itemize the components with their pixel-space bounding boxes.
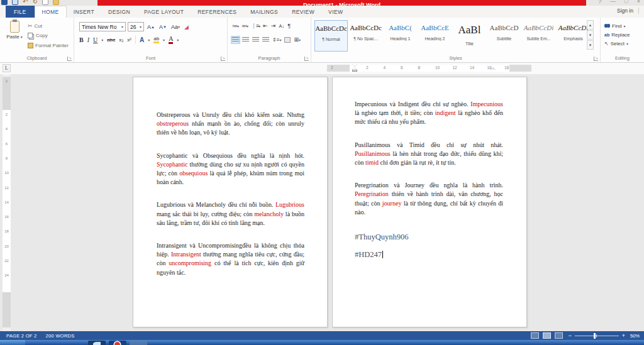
- style-normal[interactable]: AaBbCcDc¶ Normal: [314, 20, 348, 52]
- font-size-combo[interactable]: 26▾: [128, 22, 144, 31]
- maximize-button[interactable]: □: [625, 0, 628, 4]
- zoom-level[interactable]: 50%: [630, 333, 641, 339]
- multilevel-list-button[interactable]: ⋮≡▾: [251, 23, 260, 29]
- sort-button[interactable]: A↓: [279, 23, 284, 29]
- grow-font-button[interactable]: A▲: [146, 24, 156, 30]
- gallery-up-icon[interactable]: ▲: [587, 20, 594, 30]
- tab-home[interactable]: HOME: [35, 6, 67, 18]
- document-paragraph[interactable]: Obstreperous và Unruly đều chỉ khó kiểm …: [157, 111, 304, 138]
- hanging-indent-icon[interactable]: [352, 67, 357, 70]
- taskbar-app-icon[interactable]: [109, 341, 126, 345]
- strikethrough-button[interactable]: abc: [107, 37, 115, 43]
- style-heading-1[interactable]: AaBbC(Heading 1: [384, 20, 417, 52]
- tab-file[interactable]: FILE: [6, 6, 35, 18]
- shading-button[interactable]: [284, 37, 291, 43]
- sign-in-link[interactable]: Sign in: [617, 8, 639, 14]
- document-paragraph[interactable]: Sycophantic và Obsequious đều nghĩa là n…: [157, 151, 304, 187]
- align-right-button[interactable]: [252, 37, 259, 43]
- tab-design[interactable]: DESIGN: [101, 6, 137, 18]
- zoom-out-button[interactable]: −: [568, 333, 571, 339]
- indent-markers[interactable]: [352, 64, 357, 72]
- italic-button[interactable]: I: [87, 36, 89, 43]
- taskbar-app-icon[interactable]: [130, 341, 147, 345]
- decrease-indent-button[interactable]: ⇤: [263, 23, 268, 29]
- style-subtle-em[interactable]: AaBbCcDiSubtle Em...: [522, 20, 555, 52]
- cut-button[interactable]: Cut: [28, 23, 42, 29]
- tab-page-layout[interactable]: PAGE LAYOUT: [137, 6, 191, 18]
- page-indicator[interactable]: PAGE 2 OF 2: [6, 333, 37, 339]
- start-button[interactable]: [0, 340, 25, 345]
- subscript-button[interactable]: x₂: [119, 37, 123, 43]
- print-layout-icon[interactable]: [543, 332, 551, 339]
- find-button[interactable]: Find▾: [604, 21, 630, 30]
- underline-button[interactable]: U: [93, 36, 97, 43]
- bullets-button[interactable]: ≔▾: [232, 23, 238, 29]
- document-page-1[interactable]: Obstreperous và Unruly đều chỉ khó kiểm …: [133, 77, 328, 327]
- line-spacing-button[interactable]: ⇕≡▾: [272, 37, 281, 43]
- style-emphasis[interactable]: AaBbCcDiEmphasis: [557, 20, 590, 52]
- style-title[interactable]: AaBlTitle: [453, 20, 486, 52]
- clipboard-dialog-launcher[interactable]: ↘: [67, 57, 72, 61]
- style-no-spac[interactable]: AaBbCcDc¶ No Spac...: [349, 20, 382, 52]
- style-subtitle[interactable]: AaBbCcDSubtitle: [487, 20, 521, 52]
- justify-button[interactable]: [262, 37, 269, 43]
- web-layout-icon[interactable]: [555, 332, 563, 339]
- document-page-2[interactable]: Impecunious và Indigent đều chỉ sự nghèo…: [332, 77, 527, 327]
- document-paragraph[interactable]: Pusillanimous và Timid đều chỉ sự nhút n…: [355, 141, 503, 168]
- undo-icon[interactable]: ↶: [23, 0, 28, 5]
- zoom-slider-handle[interactable]: [594, 333, 596, 339]
- taskbar-app-icon[interactable]: [88, 341, 106, 345]
- tab-mailings[interactable]: MAILINGS: [243, 6, 285, 18]
- shrink-font-button[interactable]: A▼: [158, 24, 168, 30]
- minimize-button[interactable]: —: [610, 0, 616, 4]
- superscript-button[interactable]: x²: [127, 37, 131, 43]
- open-folder-icon[interactable]: [53, 0, 59, 5]
- borders-button[interactable]: ⊞▾: [294, 36, 301, 43]
- select-button[interactable]: ↖ Select▾: [604, 39, 630, 48]
- document-paragraph[interactable]: Peregrination và Journey đều nghĩa là hà…: [355, 181, 503, 217]
- styles-dialog-launcher[interactable]: ↘: [594, 57, 598, 61]
- bold-button[interactable]: B: [79, 36, 84, 43]
- align-center-button[interactable]: [242, 37, 249, 43]
- font-name-combo[interactable]: Times New Ro▾: [79, 22, 126, 31]
- document-paragraph[interactable]: Lugubrious và Melancholy đều chỉ nỗi buồ…: [157, 200, 304, 227]
- clear-formatting-button[interactable]: ◢: [183, 24, 190, 30]
- align-left-button[interactable]: [232, 37, 239, 43]
- hashtag-line[interactable]: #HD247: [355, 248, 503, 261]
- style-heading-2[interactable]: AaBbCcEHeading 2: [418, 20, 452, 52]
- gallery-expand-icon[interactable]: ▼: [587, 40, 594, 50]
- change-case-button[interactable]: Aa▾: [170, 24, 181, 30]
- tab-stop-selector[interactable]: L: [3, 64, 11, 72]
- increase-indent-button[interactable]: ⇥: [271, 23, 276, 29]
- close-button[interactable]: ×: [637, 0, 640, 4]
- font-color-button[interactable]: A: [169, 35, 173, 44]
- highlight-color-button[interactable]: ab: [153, 36, 159, 43]
- right-indent-icon[interactable]: [491, 67, 496, 70]
- paste-button[interactable]: Paste ▾: [5, 21, 24, 53]
- first-line-indent-icon[interactable]: [352, 64, 357, 67]
- document-paragraph[interactable]: Intransigent và Uncompromisingđều là khô…: [157, 241, 304, 277]
- tab-references[interactable]: REFERENCES: [191, 6, 243, 18]
- save-icon[interactable]: [12, 0, 18, 5]
- zoom-slider[interactable]: [575, 336, 619, 336]
- font-dialog-launcher[interactable]: ↘: [221, 57, 225, 61]
- tab-view[interactable]: VIEW: [321, 6, 350, 18]
- text-effects-button[interactable]: A: [140, 36, 144, 43]
- copy-button[interactable]: Copy: [28, 33, 48, 38]
- replace-button[interactable]: ab Replace: [604, 30, 630, 39]
- tab-insert[interactable]: INSERT: [67, 6, 101, 18]
- horizontal-ruler[interactable]: 2 24681012141618: [327, 65, 531, 72]
- touch-mode-icon[interactable]: [42, 0, 48, 5]
- tab-review[interactable]: REVIEW: [285, 6, 321, 18]
- read-mode-icon[interactable]: [531, 332, 539, 339]
- help-button[interactable]: ?: [598, 0, 601, 4]
- left-indent-icon[interactable]: [352, 70, 357, 72]
- zoom-in-button[interactable]: +: [622, 333, 625, 339]
- show-marks-button[interactable]: ¶: [287, 23, 291, 29]
- vertical-ruler[interactable]: 224681012141618202224: [3, 74, 11, 331]
- document-paragraph[interactable]: Impecunious và Indigent đều chỉ sự nghèo…: [355, 100, 503, 127]
- format-painter-button[interactable]: Format Painter: [28, 43, 69, 48]
- redo-icon[interactable]: ↻: [32, 0, 37, 5]
- hashtag-line[interactable]: #ThuyQuynh906: [355, 231, 503, 244]
- paragraph-dialog-launcher[interactable]: ↘: [304, 57, 309, 61]
